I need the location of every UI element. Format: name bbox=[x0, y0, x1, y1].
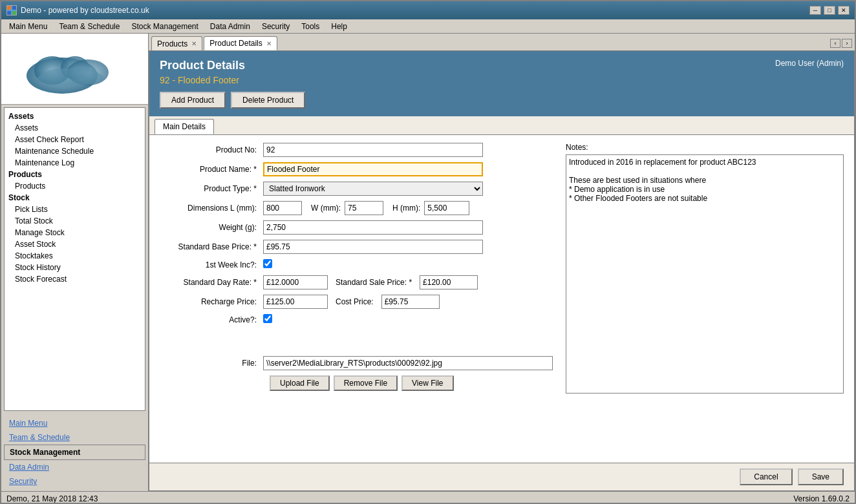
base-price-input-wrap bbox=[263, 240, 553, 254]
file-input[interactable] bbox=[263, 356, 553, 370]
product-name-row: Product Name: * bbox=[160, 162, 553, 176]
dim-h-input[interactable] bbox=[424, 201, 469, 215]
menu-team[interactable]: Team & Schedule bbox=[54, 21, 125, 32]
nav-maintenance-log[interactable]: Maintenance Log bbox=[5, 157, 145, 169]
status-left: Demo, 21 May 2018 12:43 bbox=[6, 494, 98, 503]
dim-h-label: H (mm): bbox=[392, 204, 420, 213]
sale-price-input[interactable] bbox=[420, 275, 478, 289]
svg-rect-0 bbox=[7, 6, 11, 10]
active-row: Active?: bbox=[160, 314, 553, 325]
form-body: Product No: Product Name: * bbox=[149, 135, 854, 463]
active-input-wrap bbox=[263, 314, 553, 325]
day-rate-input[interactable] bbox=[263, 275, 328, 289]
nav-maintenance-schedule[interactable]: Maintenance Schedule bbox=[5, 145, 145, 157]
tab-products[interactable]: Products ✕ bbox=[151, 36, 202, 50]
action-bar: Cancel Save bbox=[149, 463, 854, 490]
nav-manage-stock[interactable]: Manage Stock bbox=[5, 227, 145, 238]
title-bar-controls: ─ □ ✕ bbox=[809, 6, 850, 15]
tab-main-details[interactable]: Main Details bbox=[155, 119, 214, 134]
nav-data-admin[interactable]: Data Admin bbox=[4, 460, 145, 474]
week-inc-input-wrap bbox=[263, 259, 553, 270]
product-type-select[interactable]: Slatted Ironwork Other bbox=[263, 182, 483, 196]
nav-main-menu[interactable]: Main Menu bbox=[4, 416, 145, 430]
nav-assets[interactable]: Assets bbox=[5, 122, 145, 134]
view-file-button[interactable]: View File bbox=[401, 375, 453, 391]
nav-asset-check[interactable]: Asset Check Report bbox=[5, 134, 145, 145]
dimensions-row: Dimensions L (mm): W (mm): H (mm): bbox=[160, 201, 553, 215]
product-no-label: Product No: bbox=[160, 145, 263, 154]
title-bar-left: Demo - powered by cloudstreet.co.uk bbox=[6, 5, 149, 16]
nav-total-stock[interactable]: Total Stock bbox=[5, 215, 145, 227]
tab-next-button[interactable]: › bbox=[842, 39, 852, 48]
add-product-button[interactable]: Add Product bbox=[160, 92, 226, 109]
tab-product-details[interactable]: Product Details ✕ bbox=[204, 36, 277, 50]
nav-stocktakes[interactable]: Stocktakes bbox=[5, 250, 145, 262]
cancel-button[interactable]: Cancel bbox=[740, 468, 792, 485]
nav-asset-stock[interactable]: Asset Stock bbox=[5, 238, 145, 250]
svg-rect-2 bbox=[7, 11, 11, 15]
cost-price-label: Cost Price: bbox=[336, 297, 374, 306]
product-name-input[interactable] bbox=[263, 162, 483, 176]
remove-file-button[interactable]: Remove File bbox=[334, 375, 398, 391]
cost-price-input[interactable] bbox=[381, 295, 440, 309]
status-right: Version 1.69.0.2 bbox=[793, 494, 850, 503]
base-price-input[interactable] bbox=[263, 240, 483, 254]
recharge-input[interactable] bbox=[263, 295, 328, 309]
menu-tools[interactable]: Tools bbox=[296, 21, 325, 32]
week-inc-row: 1st Week Inc?: bbox=[160, 259, 553, 270]
delete-product-button[interactable]: Delete Product bbox=[231, 92, 305, 109]
product-no-input[interactable] bbox=[263, 143, 483, 157]
tab-nav: ‹ › bbox=[830, 39, 852, 48]
product-title: Product Details bbox=[160, 59, 305, 72]
nav-stock-management[interactable]: Stock Management bbox=[4, 445, 145, 460]
recharge-cost-group: Cost Price: bbox=[263, 295, 553, 309]
menu-security[interactable]: Security bbox=[257, 21, 295, 32]
section-assets[interactable]: Assets bbox=[5, 110, 145, 122]
product-subtitle: 92 - Flooded Footer bbox=[160, 75, 305, 85]
dim-l-input[interactable] bbox=[263, 201, 302, 215]
week-inc-label: 1st Week Inc?: bbox=[160, 260, 263, 269]
tab-products-close[interactable]: ✕ bbox=[191, 40, 197, 47]
svg-rect-1 bbox=[12, 6, 16, 10]
active-checkbox[interactable] bbox=[263, 314, 272, 323]
product-name-input-wrap bbox=[263, 162, 553, 176]
close-button[interactable]: ✕ bbox=[838, 6, 850, 15]
product-no-input-wrap bbox=[263, 143, 553, 157]
nav-security[interactable]: Security bbox=[4, 474, 145, 488]
recharge-row: Recharge Price: Cost Price: bbox=[160, 295, 553, 309]
status-bar: Demo, 21 May 2018 12:43 Version 1.69.0.2 bbox=[1, 491, 855, 504]
sale-price-label: Standard Sale Price: * bbox=[336, 278, 412, 287]
save-button[interactable]: Save bbox=[798, 468, 844, 485]
product-type-label: Product Type: * bbox=[160, 184, 263, 193]
nav-stock-history[interactable]: Stock History bbox=[5, 262, 145, 273]
active-label: Active?: bbox=[160, 315, 263, 324]
notes-textarea[interactable]: Introduced in 2016 in replacement for pr… bbox=[566, 154, 844, 394]
menu-stock[interactable]: Stock Management bbox=[126, 21, 203, 32]
menu-main[interactable]: Main Menu bbox=[4, 21, 52, 32]
menu-data[interactable]: Data Admin bbox=[205, 21, 255, 32]
main-layout: Assets Assets Asset Check Report Mainten… bbox=[1, 34, 855, 491]
minimize-button[interactable]: ─ bbox=[809, 6, 821, 15]
section-stock[interactable]: Stock bbox=[5, 192, 145, 204]
logo-area bbox=[1, 34, 148, 105]
header-buttons: Add Product Delete Product bbox=[160, 92, 305, 109]
tab-bar: Products ✕ Product Details ✕ ‹ › bbox=[149, 34, 855, 50]
tab-product-details-close[interactable]: ✕ bbox=[266, 40, 272, 47]
product-type-row: Product Type: * Slatted Ironwork Other bbox=[160, 182, 553, 196]
week-inc-checkbox[interactable] bbox=[263, 259, 272, 268]
upload-file-button[interactable]: Upload File bbox=[270, 375, 330, 391]
menu-help[interactable]: Help bbox=[326, 21, 352, 32]
section-products[interactable]: Products bbox=[5, 169, 145, 180]
weight-input[interactable] bbox=[263, 220, 483, 235]
maximize-button[interactable]: □ bbox=[824, 6, 835, 15]
weight-input-wrap bbox=[263, 220, 553, 235]
nav-team-schedule[interactable]: Team & Schedule bbox=[4, 430, 145, 445]
tab-prev-button[interactable]: ‹ bbox=[830, 39, 840, 48]
dim-w-input[interactable] bbox=[345, 201, 383, 215]
nav-stock-forecast[interactable]: Stock Forecast bbox=[5, 273, 145, 285]
nav-pick-lists[interactable]: Pick Lists bbox=[5, 204, 145, 215]
day-rate-label: Standard Day Rate: * bbox=[160, 278, 263, 287]
notes-label: Notes: bbox=[566, 143, 844, 152]
day-rate-sale-group: Standard Sale Price: * bbox=[263, 275, 553, 289]
nav-products[interactable]: Products bbox=[5, 180, 145, 192]
